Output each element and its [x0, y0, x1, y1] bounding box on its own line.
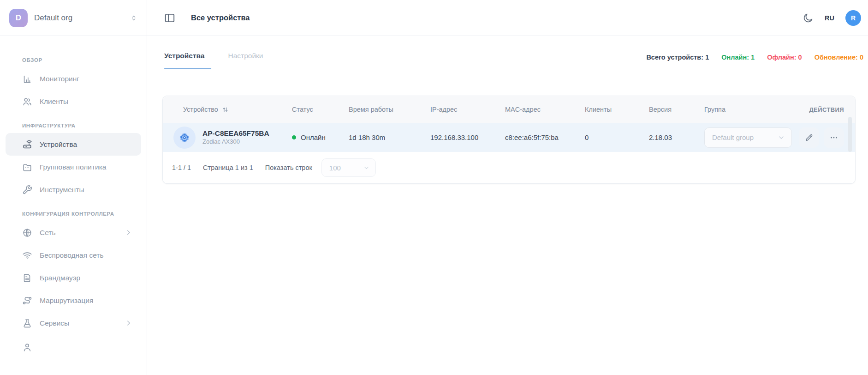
column-clients: Клиенты — [585, 106, 649, 113]
ellipsis-icon — [829, 133, 838, 142]
column-status: Статус — [292, 106, 349, 113]
device-cell: AP-C8EEA65F75BA Zodiac AX300 — [173, 127, 292, 149]
chevron-down-icon — [778, 134, 785, 141]
group-policy-icon — [22, 162, 32, 172]
sidebar-item-label: Групповая политика — [40, 163, 106, 171]
monitoring-icon — [22, 74, 32, 84]
group-select[interactable]: Default group — [704, 127, 792, 148]
chevron-up-down-icon — [130, 14, 137, 22]
sidebar-item-label: Сеть — [40, 229, 55, 237]
sidebar-item-label: Брандмауэр — [40, 274, 80, 282]
column-actions: ДЕЙСТВИЯ — [809, 106, 844, 113]
more-actions-button[interactable] — [824, 127, 844, 148]
rows-per-page-select[interactable]: 100 — [321, 158, 376, 177]
sidebar-item-label: Инструменты — [40, 186, 84, 194]
sidebar: D Default org ОБЗОР Мониторинг Клиенты И… — [0, 0, 147, 375]
rows-per-page-value: 100 — [329, 164, 341, 172]
nav-section-label: ИНФРАСТРУКТУРА — [6, 123, 141, 128]
chevron-down-icon — [363, 164, 370, 171]
moon-icon[interactable] — [803, 12, 814, 24]
panel-left-icon[interactable] — [164, 12, 176, 24]
column-device: Устройство — [173, 106, 292, 113]
sidebar-item-group-policy[interactable]: Групповая политика — [6, 156, 141, 178]
column-version: Версия — [649, 106, 704, 113]
services-icon — [22, 318, 32, 328]
column-group: Группа — [704, 106, 792, 113]
row-actions — [799, 127, 844, 148]
tab-settings[interactable]: Настройки — [228, 50, 266, 69]
page-title: Все устройства — [191, 13, 250, 22]
sidebar-item-wireless[interactable]: Беспроводная сеть — [6, 244, 141, 266]
chevron-right-icon — [125, 320, 132, 327]
user-icon — [22, 342, 32, 352]
pagination-range: 1-1 / 1 — [172, 164, 191, 171]
mac-cell: c8:ee:a6:5f:75:ba — [505, 133, 585, 141]
tabs-bar: Устройства Настройки Всего устройств: 1 … — [164, 50, 863, 69]
sidebar-item-clients[interactable]: Клиенты — [6, 90, 141, 113]
stat-offline: Офлайн: 0 — [767, 54, 802, 61]
sidebar-item-label: Сервисы — [40, 319, 69, 327]
device-model: Zodiac AX300 — [202, 138, 269, 146]
org-switcher[interactable]: D Default org — [0, 0, 147, 36]
sort-icon[interactable] — [222, 106, 229, 113]
device-name: AP-C8EEA65F75BA — [202, 129, 269, 138]
org-avatar: D — [9, 9, 28, 27]
column-uptime: Время работы — [349, 106, 430, 113]
stat-online: Онлайн: 1 — [721, 54, 755, 61]
pencil-icon — [804, 133, 814, 142]
stat-total: Всего устройств: 1 — [646, 54, 709, 61]
sidebar-item-tools[interactable]: Инструменты — [6, 178, 141, 201]
tab-devices[interactable]: Устройства — [164, 50, 208, 69]
edit-button[interactable] — [799, 127, 819, 148]
sidebar-item-firewall[interactable]: Брандмауэр — [6, 266, 141, 289]
nav-section-label: ОБЗОР — [6, 57, 141, 63]
sidebar-item-routing[interactable]: Маршрутизация — [6, 289, 141, 312]
chevron-right-icon — [125, 229, 132, 236]
table-scrollbar[interactable] — [848, 117, 852, 152]
routing-icon — [22, 296, 32, 306]
clients-icon — [22, 97, 32, 107]
device-badge — [173, 127, 196, 149]
status-label: Онлайн — [301, 133, 326, 141]
topbar: Все устройства RU R — [147, 0, 868, 36]
sidebar-item-label: Устройства — [40, 140, 77, 149]
sidebar-item-label: Клиенты — [40, 97, 68, 106]
sidebar-item-label: Беспроводная сеть — [40, 251, 103, 260]
group-select-value: Default group — [712, 133, 754, 141]
org-name: Default org — [34, 13, 130, 23]
wireless-icon — [22, 250, 32, 260]
clients-cell: 0 — [585, 133, 649, 141]
table-header: Устройство Статус Время работы IP-адрес … — [163, 96, 855, 123]
chip-icon — [179, 132, 190, 143]
sidebar-item-label: Мониторинг — [40, 75, 79, 83]
status-cell: Онлайн — [292, 133, 349, 141]
app-root: D Default org ОБЗОР Мониторинг Клиенты И… — [0, 0, 868, 375]
sidebar-nav: ОБЗОР Мониторинг Клиенты ИНФРАСТРУКТУРА … — [0, 36, 147, 375]
nav-section-label: КОНФИГУРАЦИЯ КОНТРОЛЛЕРА — [6, 211, 141, 217]
sidebar-item-label: Маршрутизация — [40, 296, 93, 305]
sidebar-item-monitoring[interactable]: Мониторинг — [6, 67, 141, 90]
language-switcher[interactable]: RU — [825, 14, 834, 22]
column-mac: MAC-адрес — [505, 106, 585, 113]
main-area: Все устройства RU R Устройства Настройки… — [147, 0, 868, 375]
version-cell: 2.18.03 — [649, 133, 704, 141]
rows-per-page-label: Показать строк — [265, 164, 312, 171]
table-row[interactable]: AP-C8EEA65F75BA Zodiac AX300 Онлайн 1d 1… — [163, 123, 855, 152]
pagination-page: Страница 1 из 1 — [203, 164, 253, 171]
column-ip: IP-адрес — [430, 106, 505, 113]
uptime-cell: 1d 18h 30m — [349, 133, 430, 141]
table-footer: 1-1 / 1 Страница 1 из 1 Показать строк 1… — [163, 152, 855, 183]
firewall-icon — [22, 273, 32, 283]
user-avatar[interactable]: R — [845, 10, 861, 26]
sidebar-item-devices[interactable]: Устройства — [6, 133, 141, 156]
ip-cell: 192.168.33.100 — [430, 133, 505, 141]
sidebar-item-partial[interactable] — [6, 336, 141, 358]
devices-table: Устройство Статус Время работы IP-адрес … — [162, 96, 856, 184]
network-icon — [22, 228, 32, 238]
stat-updating: Обновление: 0 — [814, 54, 863, 61]
devices-icon — [22, 139, 32, 150]
sidebar-item-services[interactable]: Сервисы — [6, 312, 141, 334]
device-stats: Всего устройств: 1 Онлайн: 1 Офлайн: 0 О… — [646, 54, 863, 69]
online-status-dot — [292, 135, 296, 139]
sidebar-item-network[interactable]: Сеть — [6, 221, 141, 244]
